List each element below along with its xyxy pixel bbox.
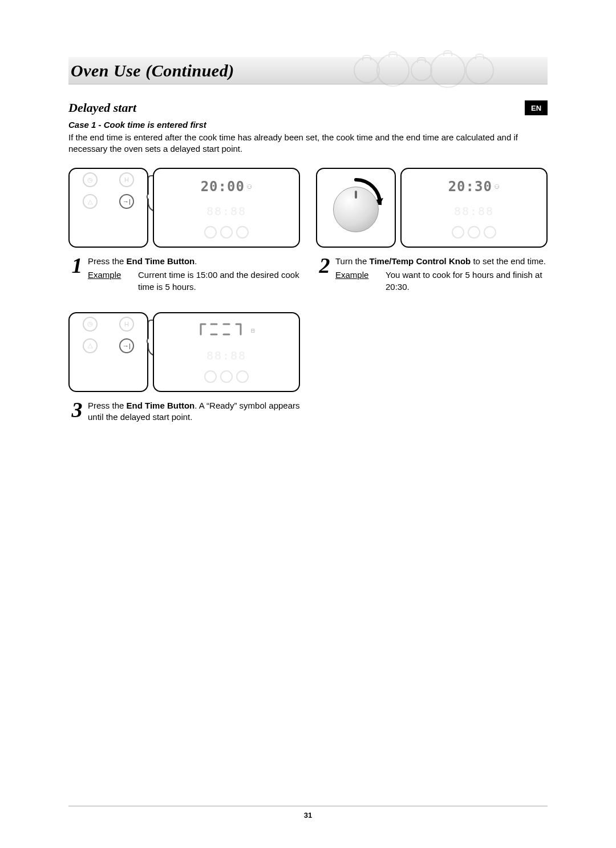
display-panel: 20:00 ⚇ 88:88 [153,168,300,248]
control-knob-icon [333,187,379,232]
button-panel: ◷ H △ →| [68,168,148,248]
step2-text-post: to set the end time. [471,256,546,266]
chef-icon: ⚇ [495,181,500,191]
triangle-icon: △ [83,194,98,209]
step-1: ◷ H △ →| [68,168,300,293]
step1-control: End Time Button [127,256,195,266]
step1-text-post: . [194,256,197,266]
ready-display [197,322,249,340]
triangle-icon: △ [83,338,98,353]
step2-control: Time/Temp Control Knob [369,256,471,266]
display-ghost: 88:88 [159,345,294,366]
step-2: 20:30 ⚇ 88:88 2 Turn the Time/Temp Contr… [316,168,548,293]
clock-icon: ◷ [83,317,98,332]
intro-text: If the end time is entered after the coo… [68,132,548,154]
display-ghost: 88:88 [159,201,294,222]
step-number: 1 [68,256,86,293]
step1-text-pre: Press the [88,256,127,266]
example-label: Example [88,269,128,293]
step-3: ◷ H △ →| [68,312,300,423]
step-3-figure: ◷ H △ →| [68,312,300,392]
display-ghost: 88:88 [406,201,542,222]
display-panel: ⊟ 88:88 [153,312,300,392]
display-time: 20:00 [201,179,245,195]
step3-control: End Time Button [127,401,195,410]
page-banner: Oven Use (Continued) [68,57,548,84]
step2-text-pre: Turn the [335,256,369,266]
case-heading: Case 1 - Cook time is entered first [68,120,548,130]
page-footer: 31 [68,806,548,819]
step-number: 3 [68,400,86,423]
banner-title: Oven Use (Continued) [71,61,234,80]
end-time-button-icon: →| [119,338,134,353]
knob-panel [316,168,396,248]
ready-symbol-icon [197,322,249,337]
end-time-button-icon: →| [119,194,134,209]
h-icon: H [119,172,134,187]
h-icon: H [119,317,134,332]
section-title: Delayed start [68,100,548,115]
language-badge: EN [525,100,548,115]
example-body: You want to cook for 5 hours and finish … [386,269,548,293]
end-icon: ⊟ [251,327,256,334]
button-panel: ◷ H △ →| [68,312,148,392]
banner-graphic [354,55,513,87]
display-panel: 20:30 ⚇ 88:88 [400,168,548,248]
clock-icon: ◷ [83,172,98,187]
step-2-figure: 20:30 ⚇ 88:88 [316,168,548,248]
example-body: Current time is 15:00 and the desired co… [138,269,300,293]
page-number: 31 [304,811,312,819]
step3-text-pre: Press the [88,401,127,410]
step-number: 2 [316,256,333,293]
display-time: 20:30 [448,179,492,195]
step-1-figure: ◷ H △ →| [68,168,300,248]
example-label: Example [335,269,375,293]
chef-icon: ⚇ [247,181,252,191]
svg-point-1 [354,178,358,181]
